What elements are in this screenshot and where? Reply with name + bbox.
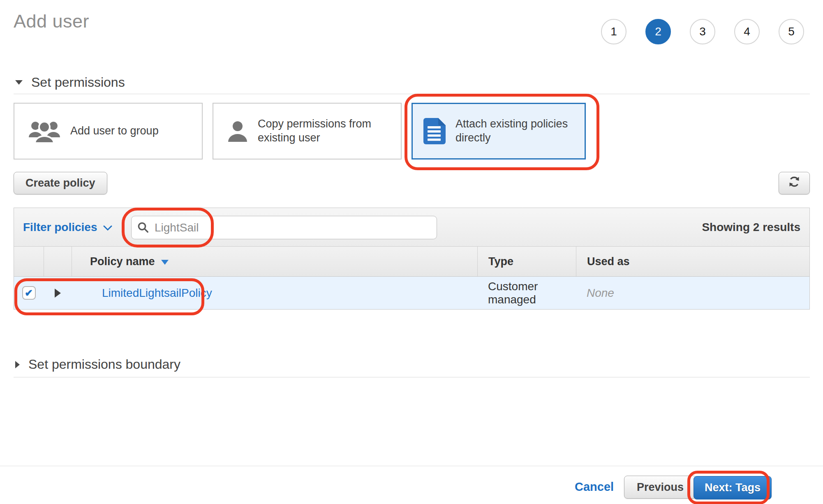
- boundary-title: Set permissions boundary: [28, 357, 180, 372]
- card-add-user-to-group[interactable]: Add user to group: [14, 103, 203, 160]
- card-label: Attach existing policies directly: [455, 117, 576, 145]
- row-checkbox-checked[interactable]: ✔: [22, 286, 36, 300]
- cancel-link[interactable]: Cancel: [575, 480, 614, 494]
- policy-document-icon: [423, 118, 446, 144]
- sort-descending-icon: [161, 260, 169, 265]
- chevron-down-icon: [103, 221, 112, 234]
- results-count: Showing 2 results: [702, 208, 800, 247]
- permission-option-cards: Add user to group Copy permissions from …: [14, 103, 586, 160]
- check-icon: ✔: [25, 288, 33, 298]
- header-checkbox-cell: [14, 247, 44, 276]
- column-header-type: Type: [477, 247, 576, 276]
- card-label: Add user to group: [70, 124, 159, 138]
- search-icon: [137, 221, 149, 235]
- refresh-button[interactable]: [779, 172, 810, 194]
- policies-table: Filter policies Showing 2 results: [14, 208, 810, 310]
- next-tags-button[interactable]: Next: Tags: [694, 476, 772, 499]
- user-group-icon: [28, 119, 60, 143]
- card-label: Copy permissions from existing user: [258, 117, 385, 145]
- policy-type-value: Customer managed: [488, 280, 576, 306]
- card-attach-existing-policies[interactable]: Attach existing policies directly: [412, 103, 586, 160]
- policy-search: [131, 216, 437, 239]
- card-copy-permissions[interactable]: Copy permissions from existing user: [213, 103, 402, 160]
- policy-name-header-label: Policy name: [90, 255, 155, 268]
- previous-button[interactable]: Previous: [624, 476, 696, 499]
- section-divider: [14, 377, 810, 377]
- step-3: 3: [690, 19, 715, 44]
- policy-used-as-value: None: [587, 287, 614, 300]
- policies-filter-bar: Filter policies Showing 2 results: [14, 208, 809, 247]
- step-2-active: 2: [645, 19, 671, 44]
- step-4: 4: [734, 19, 760, 44]
- policy-name-link[interactable]: LimitedLightsailPolicy: [102, 287, 212, 300]
- set-permissions-title: Set permissions: [31, 75, 125, 90]
- section-divider: [14, 94, 810, 94]
- step-5: 5: [779, 19, 804, 44]
- user-icon: [227, 120, 248, 142]
- footer-divider: [0, 466, 823, 466]
- add-user-wizard-page: Add user 1 2 3 4 5 Set permissions: [0, 0, 823, 504]
- page-title: Add user: [14, 11, 89, 32]
- column-header-policy-name[interactable]: Policy name: [72, 247, 477, 276]
- filter-policies-dropdown[interactable]: Filter policies: [23, 208, 112, 247]
- table-row-limited-lightsail-policy: ✔ LimitedLightsailPolicy Customer manage…: [14, 277, 809, 309]
- header-expand-cell: [44, 247, 72, 276]
- column-header-used-as: Used as: [576, 247, 809, 276]
- expand-caret-icon: [15, 361, 20, 368]
- policy-search-input[interactable]: [131, 216, 437, 239]
- refresh-icon: [788, 175, 801, 191]
- table-header-row: Policy name Type Used as: [14, 247, 809, 277]
- create-policy-button[interactable]: Create policy: [14, 172, 107, 194]
- wizard-step-indicator: 1 2 3 4 5: [601, 19, 804, 44]
- filter-policies-label: Filter policies: [23, 221, 97, 234]
- row-expand-icon[interactable]: [55, 289, 61, 298]
- collapse-caret-icon: [15, 80, 23, 85]
- set-permissions-section-header[interactable]: Set permissions: [15, 75, 125, 90]
- step-1: 1: [601, 19, 626, 44]
- set-permissions-boundary-header[interactable]: Set permissions boundary: [15, 357, 180, 372]
